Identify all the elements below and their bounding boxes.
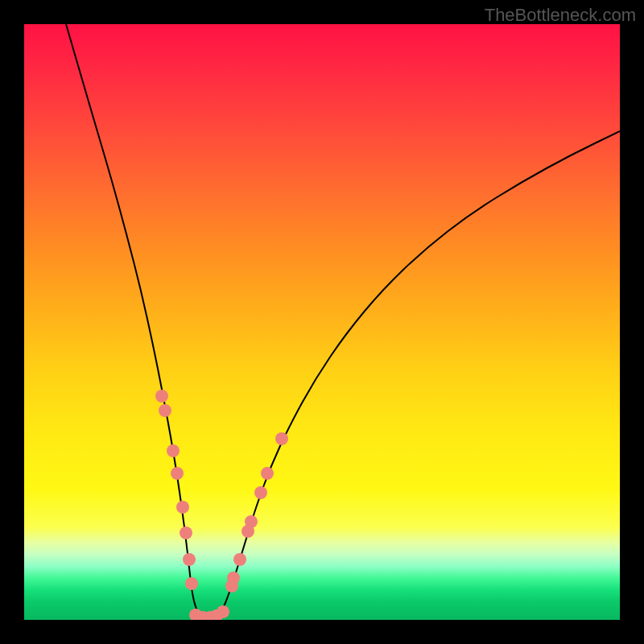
data-marker [227,572,240,584]
data-marker [245,515,258,528]
data-marker [167,444,180,457]
data-marker [176,501,189,514]
data-marker [233,553,246,566]
data-marker [217,605,229,618]
data-marker [171,467,184,480]
chart-frame [24,24,620,620]
data-marker [275,432,288,445]
curve-overlay [24,24,620,620]
data-marker [183,553,196,566]
data-marker [185,577,198,590]
data-marker [261,467,274,480]
data-marker [159,404,171,417]
watermark-label: TheBottleneck.com [485,5,636,26]
data-marker [155,390,168,402]
data-marker [180,526,192,539]
data-marker [254,486,267,499]
curve-right [205,131,620,618]
data-markers [155,390,288,620]
